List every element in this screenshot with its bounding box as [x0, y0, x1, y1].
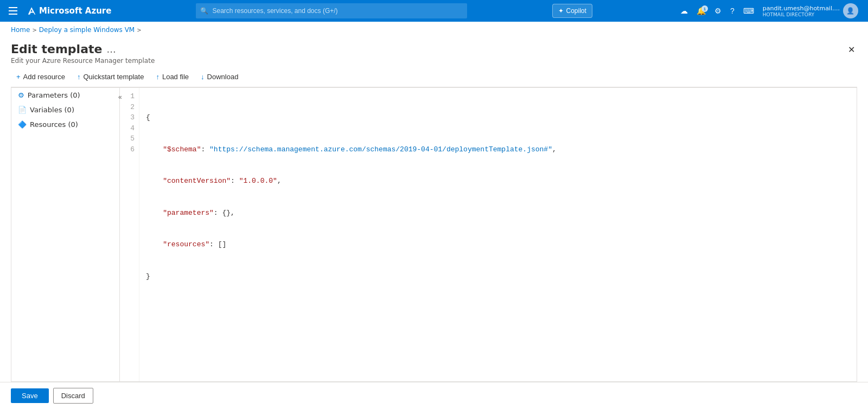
download-label: Download [207, 73, 239, 81]
search-icon: 🔍 [200, 7, 208, 15]
breadcrumb-separator-2: > [137, 27, 141, 33]
page-title-row: Edit template ... [11, 42, 155, 56]
save-button[interactable]: Save [11, 388, 49, 403]
resources-label: Resources (0) [30, 120, 78, 129]
code-line-6: } [146, 271, 850, 282]
download-icon: ↓ [201, 73, 205, 81]
parameters-icon: ⚙ [18, 91, 24, 99]
sidebar-item-resources[interactable]: 🔷 Resources (0) [11, 117, 119, 132]
code-content[interactable]: { "$schema": "https://schema.management.… [139, 88, 857, 381]
line-numbers: 1 2 3 4 5 6 [120, 88, 139, 381]
page-header: Edit template ... Edit your Azure Resour… [11, 38, 857, 67]
search-input[interactable] [196, 3, 467, 18]
parameters-label: Parameters (0) [28, 91, 80, 99]
breadcrumb: Home > Deploy a simple Windows VM > [0, 22, 868, 38]
copilot-icon: ✦ [558, 7, 564, 15]
quickstart-label: Quickstart template [83, 73, 144, 81]
cloud-shell-button[interactable]: ⌨ [740, 4, 757, 17]
user-email: pandit.umesh@hotmail.... [763, 5, 840, 12]
add-resource-button[interactable]: + Add resource [11, 70, 71, 84]
page-subtitle: Edit your Azure Resource Manager templat… [11, 57, 155, 65]
page-title: Edit template [11, 42, 102, 56]
feedback-button[interactable]: ☁ [677, 4, 691, 17]
resources-icon: 🔷 [18, 120, 27, 129]
quickstart-template-button[interactable]: ↑ Quickstart template [72, 70, 150, 84]
code-line-4: "parameters": {}, [146, 208, 850, 219]
variables-icon: 📄 [18, 106, 27, 114]
page-title-area: Edit template ... Edit your Azure Resour… [11, 42, 155, 65]
code-line-5: "resources": [] [146, 239, 850, 250]
code-line-1: { [146, 112, 850, 123]
file-upload-icon: ↑ [156, 73, 159, 81]
menu-button[interactable] [7, 5, 20, 17]
sidebar-item-variables[interactable]: 📄 Variables (0) [11, 103, 119, 117]
help-button[interactable]: ? [727, 4, 738, 17]
nav-icons: ☁ 🔔 1 ⚙ ? ⌨ pandit.umesh@hotmail.... HOT… [677, 2, 861, 20]
download-button[interactable]: ↓ Download [195, 70, 244, 84]
footer: Save Discard [0, 382, 868, 409]
notifications-button[interactable]: 🔔 1 [693, 4, 709, 17]
add-icon: + [16, 73, 21, 81]
breadcrumb-parent[interactable]: Deploy a simple Windows VM [39, 26, 135, 34]
top-navigation: Microsoft Azure 🔍 ✦ Copilot ☁ 🔔 1 ⚙ ? ⌨ … [0, 0, 868, 22]
copilot-button[interactable]: ✦ Copilot [552, 4, 592, 18]
discard-button[interactable]: Discard [53, 388, 93, 404]
toolbar: + Add resource ↑ Quickstart template ↑ L… [11, 67, 857, 87]
notification-badge: 1 [701, 5, 708, 12]
sidebar-item-parameters[interactable]: ⚙ Parameters (0) [11, 88, 119, 103]
breadcrumb-separator-1: > [32, 27, 36, 33]
load-file-label: Load file [162, 73, 189, 81]
close-button[interactable]: ✕ [846, 42, 857, 57]
load-file-button[interactable]: ↑ Load file [150, 70, 194, 84]
sidebar-panel: « ⚙ Parameters (0) 📄 Variables (0) 🔷 Res… [11, 88, 120, 381]
page-title-menu[interactable]: ... [106, 43, 116, 55]
breadcrumb-home[interactable]: Home [11, 26, 30, 34]
variables-label: Variables (0) [30, 106, 74, 114]
app-name: Microsoft Azure [39, 6, 111, 16]
copilot-label: Copilot [566, 7, 586, 15]
sidebar-collapse-button[interactable]: « [117, 92, 120, 102]
editor-area: « ⚙ Parameters (0) 📄 Variables (0) 🔷 Res… [11, 87, 857, 382]
code-line-3: "contentVersion": "1.0.0.0", [146, 176, 850, 187]
user-avatar: 👤 [843, 3, 858, 18]
add-resource-label: Add resource [23, 73, 65, 81]
upload-icon: ↑ [77, 73, 81, 81]
code-editor[interactable]: 1 2 3 4 5 6 { "$schema": "https://schema… [120, 88, 857, 381]
main-content: Edit template ... Edit your Azure Resour… [0, 38, 868, 382]
search-bar: 🔍 [196, 3, 467, 18]
settings-button[interactable]: ⚙ [711, 4, 725, 17]
code-line-2: "$schema": "https://schema.management.az… [146, 144, 850, 155]
user-directory: HOTMAIL DIRECTORY [763, 12, 840, 17]
user-menu[interactable]: pandit.umesh@hotmail.... HOTMAIL DIRECTO… [760, 2, 861, 20]
azure-logo: Microsoft Azure [26, 6, 111, 16]
